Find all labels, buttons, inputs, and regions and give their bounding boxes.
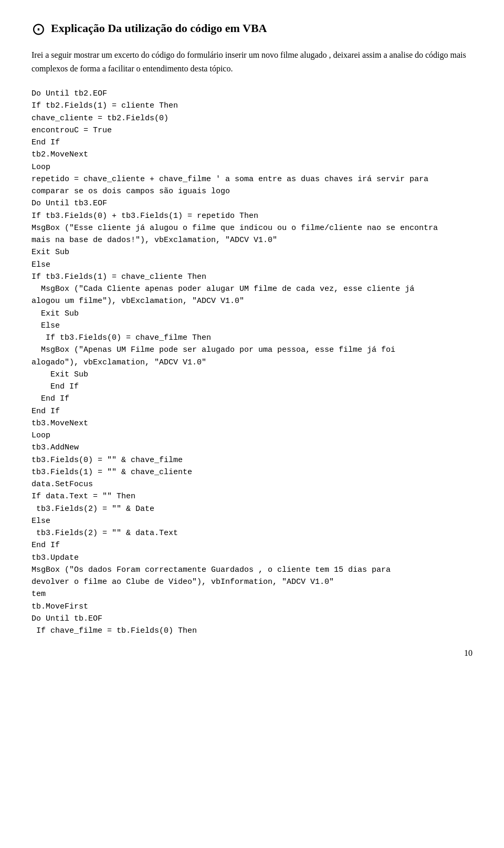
page-container: ⊙ Explicação Da utilização do código em … [32, 21, 472, 637]
header-icon: ⊙ [32, 19, 46, 39]
page-number: 10 [464, 648, 472, 658]
code-block: Do Until tb2.EOF If tb2.Fields(1) = clie… [32, 88, 472, 637]
intro-paragraph: Irei a seguir mostrar um excerto do códi… [32, 48, 472, 75]
header-section: ⊙ Explicação Da utilização do código em … [32, 21, 472, 39]
page-title: Explicação Da utilização do código em VB… [51, 21, 267, 36]
